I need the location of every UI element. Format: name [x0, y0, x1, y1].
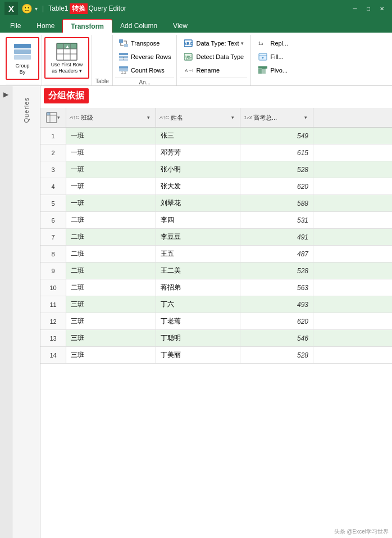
ribbon-group-datatype: ABC Data Type: Text ▾ ABC 123 Detect Dat… — [177, 35, 251, 85]
col-header-class-inner: A↑C 班级 — [70, 114, 93, 122]
title-table1: Table1 — [48, 4, 68, 12]
rename-label: Rename — [196, 67, 220, 74]
cell-score: 491 — [240, 229, 313, 245]
svg-rect-0 — [14, 44, 31, 48]
table-row[interactable]: 14 三班 丁美丽 528 — [40, 347, 392, 364]
svg-text:▲: ▲ — [65, 44, 70, 49]
tab-transform[interactable]: Transform — [62, 19, 112, 33]
maximize-button[interactable]: □ — [363, 3, 374, 14]
tab-home[interactable]: Home — [29, 19, 62, 33]
fill-button[interactable]: ▼ Fill... — [254, 51, 291, 63]
table-row[interactable]: 1 一班 张三 549 — [40, 128, 392, 144]
reverse-rows-button[interactable]: ↕ Reverse Rows — [115, 51, 175, 63]
detect-data-type-label: Detect Data Type — [196, 53, 244, 60]
col-header-class: A↑C 班级 ▾ — [66, 108, 156, 127]
cell-class: 一班 — [66, 161, 156, 178]
svg-text:ABC: ABC — [184, 41, 193, 46]
tab-view[interactable]: View — [165, 19, 195, 33]
row-number: 6 — [40, 212, 66, 228]
count-rows-button[interactable]: 1,2 Count Rows — [115, 64, 175, 76]
replace-label: Repl... — [270, 40, 288, 47]
table-row[interactable]: 2 一班 邓芳芳 615 — [40, 144, 392, 161]
table-row[interactable]: 5 一班 刘翠花 588 — [40, 195, 392, 212]
data-type-arrow: ▾ — [241, 40, 244, 46]
replace-icon: 1₂ — [258, 39, 268, 48]
table-row[interactable]: 13 三班 丁聪明 546 — [40, 330, 392, 347]
sidebar-arrow-icon[interactable]: ▶ — [3, 91, 8, 98]
transform-buttons: Transpose ↕ Reverse Rows — [115, 37, 175, 76]
detect-data-type-button[interactable]: ABC 123 Detect Data Type — [180, 51, 247, 63]
class-col-label: 班级 — [81, 114, 93, 122]
row-number: 4 — [40, 178, 66, 195]
row-number: 5 — [40, 195, 66, 211]
minimize-button[interactable]: ─ — [349, 3, 361, 14]
window-controls: ─ □ ✕ — [349, 3, 388, 14]
header-dropdown[interactable]: ▾ — [57, 115, 60, 120]
table-row[interactable]: 7 二班 李豆豆 491 — [40, 229, 392, 246]
cell-score: 620 — [240, 313, 313, 329]
class-col-dropdown[interactable]: ▾ — [145, 114, 152, 121]
pivot-button[interactable]: Pivo... — [254, 64, 291, 76]
col-header-name-inner: A↑C 姓名 — [159, 114, 183, 122]
table-row[interactable]: 4 一班 张大发 620 — [40, 178, 392, 195]
replace-button[interactable]: 1₂ Repl... — [254, 37, 291, 49]
col-header-score: 1₂3 高考总... ▾ — [240, 108, 313, 127]
transpose-button[interactable]: Transpose — [115, 37, 175, 49]
ribbon-group-content: GroupBy — [6, 37, 39, 84]
watermark: 头条 @Excel学习世界 — [334, 528, 389, 536]
reverse-rows-icon: ↕ — [118, 52, 129, 61]
close-button[interactable]: ✕ — [376, 3, 388, 14]
any-section-label: An... — [115, 78, 175, 85]
title-query-editor: Query Editor — [89, 4, 126, 12]
svg-rect-35 — [47, 112, 50, 115]
cell-class: 二班 — [66, 229, 156, 245]
class-type-badge: A↑C — [70, 115, 79, 120]
svg-rect-31 — [258, 66, 267, 69]
cell-score: 493 — [240, 296, 313, 313]
row-number: 2 — [40, 144, 66, 161]
title-highlight-badge: 转换 — [70, 3, 88, 14]
svg-rect-1 — [14, 49, 31, 54]
table-row[interactable]: 10 二班 蒋招弟 563 — [40, 279, 392, 296]
cell-score: 588 — [240, 195, 313, 211]
ribbon-group-transform: Transpose ↕ Reverse Rows — [113, 35, 177, 85]
table-section-label: Table — [95, 78, 109, 84]
cell-name: 张小明 — [156, 161, 240, 178]
fill-label: Fill... — [270, 53, 283, 60]
cell-score: 563 — [240, 279, 313, 296]
row-number: 10 — [40, 279, 66, 296]
tab-file[interactable]: File — [2, 19, 29, 33]
cell-name: 丁六 — [156, 296, 240, 313]
main-area: ▶ Queries 分组依据 ▾ A↑C — [0, 86, 392, 538]
cell-name: 蒋招弟 — [156, 279, 240, 296]
score-col-dropdown[interactable]: ▾ — [302, 114, 309, 121]
table-row[interactable]: 12 三班 丁老蔫 620 — [40, 313, 392, 330]
data-type-button[interactable]: ABC Data Type: Text ▾ — [180, 37, 247, 49]
col-header-score-inner: 1₂3 高考总... — [244, 114, 277, 122]
svg-rect-16 — [119, 66, 128, 69]
name-col-dropdown[interactable]: ▾ — [229, 114, 236, 121]
ribbon-group-label — [6, 84, 39, 85]
pivot-label: Pivo... — [270, 67, 288, 74]
group-by-button[interactable]: GroupBy — [8, 39, 37, 78]
row-number: 12 — [40, 313, 66, 329]
row-number: 14 — [40, 347, 66, 363]
data-type-icon: ABC — [184, 39, 194, 48]
use-first-row-button[interactable]: ▲ Use First Rowas Headers ▾ — [47, 39, 87, 76]
table-row[interactable]: 8 二班 王五 487 — [40, 246, 392, 263]
left-sidebar: ▶ — [0, 86, 12, 538]
table-row[interactable]: 6 二班 李四 531 — [40, 212, 392, 229]
rename-button[interactable]: A→B Rename — [180, 64, 247, 76]
table-area[interactable]: 分组依据 ▾ A↑C 班级 ▾ — [40, 86, 392, 538]
cell-class: 一班 — [66, 144, 156, 161]
tab-add-column[interactable]: Add Column — [112, 19, 165, 33]
datatype-buttons: ABC Data Type: Text ▾ ABC 123 Detect Dat… — [180, 37, 247, 76]
table-row[interactable]: 3 一班 张小明 528 — [40, 161, 392, 178]
table-row[interactable]: 9 二班 王二美 528 — [40, 263, 392, 279]
row-number: 13 — [40, 330, 66, 346]
table-row[interactable]: 11 三班 丁六 493 — [40, 296, 392, 313]
smiley-icon: 🙂 — [21, 3, 33, 14]
queries-panel: Queries — [12, 86, 40, 538]
cell-name: 丁聪明 — [156, 330, 240, 346]
row-number: 8 — [40, 246, 66, 262]
